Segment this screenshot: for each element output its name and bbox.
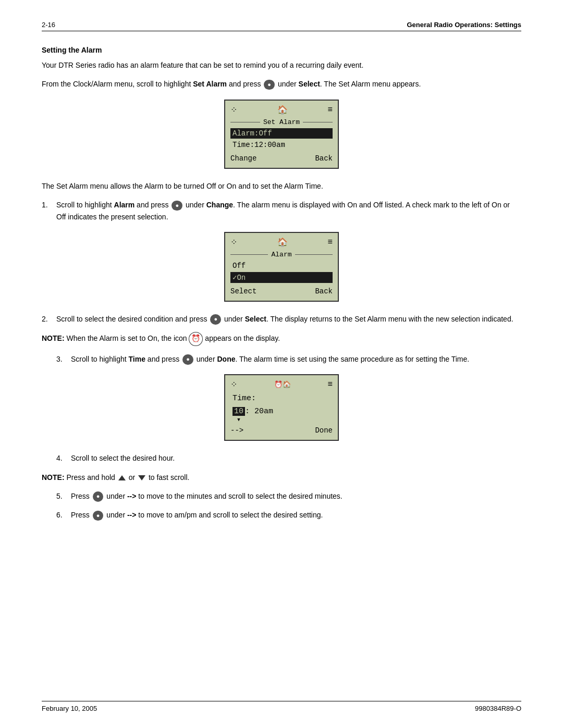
- step-5: 5. Press ● under --> to move to the minu…: [56, 490, 521, 502]
- step-4-content: Scroll to select the desired hour.: [71, 452, 521, 464]
- down-arrow-icon: [138, 475, 145, 480]
- screen3-btn-right: Done: [315, 426, 333, 435]
- step-1-num: 1.: [42, 199, 56, 223]
- step-6-content: Press ● under --> to move to am/pm and s…: [71, 509, 521, 521]
- screen3-time-row: 10 ▼ : 20am: [230, 406, 333, 417]
- step-2-content: Scroll to select the desired condition a…: [56, 313, 521, 325]
- screen1-container: ⁘ 🏠 ≡ Set Alarm Alarm:Off Time:12:00am C…: [42, 100, 521, 169]
- screen1-icon-mid: 🏠: [277, 105, 288, 115]
- intro-paragraph-2: From the Clock/Alarm menu, scroll to hig…: [42, 78, 521, 90]
- step-3-content: Scroll to highlight Time and press ● und…: [71, 353, 521, 365]
- set-alarm-description: The Set Alarm menu allows the Alarm to b…: [42, 180, 521, 192]
- screen1-row2: Time:12:00am: [230, 140, 333, 150]
- screen1-title-row: Set Alarm: [230, 118, 333, 126]
- screen2-row1: Off: [230, 261, 333, 271]
- up-arrow-icon: [118, 475, 126, 480]
- button-icon-4: ●: [182, 354, 193, 365]
- screen2-container: ⁘ 🏠 ≡ Alarm Off ✓On Select Back: [42, 232, 521, 302]
- screen3-bottom: --> Done: [230, 426, 333, 435]
- step-4: 4. Scroll to select the desired hour.: [56, 452, 521, 464]
- screen1-lcd: ⁘ 🏠 ≡ Set Alarm Alarm:Off Time:12:00am C…: [224, 100, 339, 169]
- screen2-icons: ⁘ 🏠 ≡: [230, 237, 333, 248]
- button-icon-5: ●: [93, 491, 104, 502]
- screen2-row2: ✓On: [230, 272, 333, 283]
- note1-label: NOTE:: [42, 334, 65, 342]
- screen1-icons: ⁘ 🏠 ≡: [230, 105, 333, 115]
- screen3-hour-arrows: ▼: [237, 417, 240, 422]
- footer-left: February 10, 2005: [42, 705, 97, 712]
- intro2-under: under: [278, 80, 299, 88]
- screen1-bottom: Change Back: [230, 154, 333, 163]
- footer-right: 9980384R89-O: [475, 705, 521, 712]
- note1: NOTE: When the Alarm is set to On, the i…: [42, 332, 521, 346]
- screen3-hour: 10: [232, 407, 245, 416]
- section-title: Setting the Alarm: [42, 46, 521, 54]
- screen2-icon-mid: 🏠: [277, 237, 288, 248]
- note1-text2: appears on the display.: [205, 334, 280, 342]
- note2: NOTE: Press and hold or to fast scroll.: [42, 472, 521, 483]
- screen3-icon-right: ≡: [327, 380, 333, 389]
- screen3-hour-box: 10 ▼: [232, 407, 245, 416]
- note2-text: Press and hold: [66, 473, 117, 482]
- step-3: 3. Scroll to highlight Time and press ● …: [56, 353, 521, 365]
- page: 2-16 General Radio Operations: Settings …: [0, 0, 563, 728]
- step-2: 2. Scroll to select the desired conditio…: [42, 313, 521, 325]
- page-header: 2-16 General Radio Operations: Settings: [42, 21, 521, 31]
- screen1-btn-left: Change: [230, 154, 256, 163]
- screen2-icon-left: ⁘: [230, 237, 237, 248]
- step-5-num: 5.: [56, 490, 71, 502]
- intro2-end: . The Set Alarm menu appears.: [320, 80, 421, 88]
- screen2-title-row: Alarm: [230, 251, 333, 258]
- screen3-btn-left: -->: [230, 426, 243, 435]
- intro2-select: Select: [299, 80, 320, 88]
- note1-text: When the Alarm is set to On, the icon: [66, 334, 189, 342]
- button-icon-2: ●: [172, 201, 182, 211]
- steps-list-4: 5. Press ● under --> to move to the minu…: [42, 490, 521, 521]
- header-bold: General Radio Operations: [407, 21, 490, 29]
- steps-list: 1. Scroll to highlight Alarm and press ●…: [42, 199, 521, 325]
- page-number: 2-16: [42, 21, 55, 29]
- steps-list-3: 4. Scroll to select the desired hour.: [42, 452, 521, 464]
- note2-or: or: [129, 473, 137, 482]
- screen1-icon-right: ≡: [327, 105, 333, 115]
- screen2-title: Alarm: [268, 251, 295, 258]
- screen1-row1: Alarm:Off: [230, 128, 333, 139]
- steps-list-2: 3. Scroll to highlight Time and press ● …: [42, 353, 521, 365]
- screen3-lcd: ⁘ ⏰🏠 ≡ Time: 10 ▼ : 20am --> Done: [224, 374, 339, 441]
- screen3-icon-mid: ⏰🏠: [274, 380, 291, 389]
- screen1-title: Set Alarm: [260, 118, 303, 126]
- alarm-icon: ⏰: [189, 332, 203, 346]
- intro-paragraph-1: Your DTR Series radio has an alarm featu…: [42, 59, 521, 71]
- screen3-time-label: Time:: [230, 393, 333, 404]
- screen3-icons: ⁘ ⏰🏠 ≡: [230, 379, 333, 390]
- screen2-icon-right: ≡: [327, 238, 333, 247]
- page-footer: February 10, 2005 9980384R89-O: [42, 701, 521, 712]
- header-normal: : Settings: [491, 21, 521, 29]
- screen3-icon-left: ⁘: [230, 379, 237, 390]
- screen2-lcd: ⁘ 🏠 ≡ Alarm Off ✓On Select Back: [224, 232, 339, 302]
- step-1: 1. Scroll to highlight Alarm and press ●…: [42, 199, 521, 223]
- page-section: General Radio Operations: Settings: [407, 21, 521, 29]
- step-6: 6. Press ● under --> to move to am/pm an…: [56, 509, 521, 521]
- step-2-num: 2.: [42, 313, 56, 325]
- intro2-mid: and press: [229, 80, 263, 88]
- screen2-btn-left: Select: [230, 287, 256, 295]
- step-3-num: 3.: [56, 353, 71, 365]
- screen1-btn-right: Back: [315, 154, 333, 163]
- screen3-time-rest: : 20am: [245, 407, 273, 416]
- screen3-container: ⁘ ⏰🏠 ≡ Time: 10 ▼ : 20am --> Done: [42, 374, 521, 441]
- note2-label: NOTE:: [42, 473, 65, 482]
- screen1-icon-left: ⁘: [230, 105, 237, 115]
- step-4-num: 4.: [56, 452, 71, 464]
- step-1-content: Scroll to highlight Alarm and press ● un…: [56, 199, 521, 223]
- button-icon-1: ●: [264, 80, 275, 90]
- step-6-num: 6.: [56, 509, 71, 521]
- screen2-bottom: Select Back: [230, 287, 333, 295]
- note2-text3: to fast scroll.: [149, 473, 190, 482]
- button-icon-3: ●: [210, 314, 221, 325]
- screen2-btn-right: Back: [315, 287, 333, 295]
- intro2-bold: Set Alarm: [193, 80, 227, 88]
- intro2-start: From the Clock/Alarm menu, scroll to hig…: [42, 80, 191, 88]
- step-5-content: Press ● under --> to move to the minutes…: [71, 490, 521, 502]
- button-icon-6: ●: [93, 511, 104, 521]
